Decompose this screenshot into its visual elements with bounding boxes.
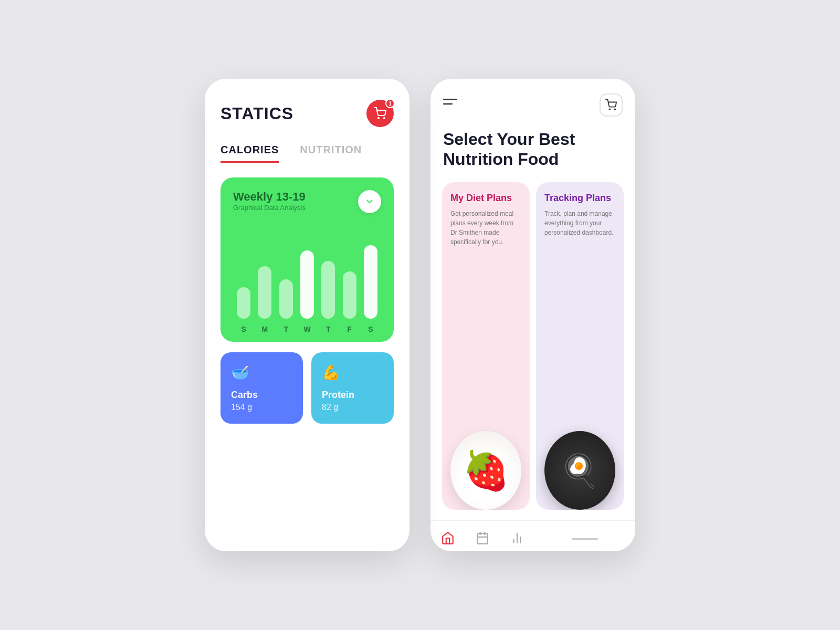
chart-card: Weekly 13-19 Graphical Data Analysis	[220, 177, 394, 342]
cart-outline-button[interactable]	[600, 93, 623, 117]
protein-card[interactable]: 💪 Protein 82 g	[311, 352, 394, 424]
day-t1: T	[279, 325, 293, 333]
hamburger-icon	[443, 99, 457, 109]
bar-col-t2	[321, 224, 335, 319]
chart-title: Weekly 13-19	[233, 190, 306, 204]
bar-f	[343, 271, 356, 319]
tracking-plans-title: Tracking Plans	[544, 193, 615, 204]
bar-col-t1	[279, 224, 293, 319]
diet-plans-card[interactable]: My Diet Plans Get personalized meal plan…	[442, 182, 530, 510]
bar-col-w	[300, 224, 314, 319]
carbs-icon: 🥣	[231, 364, 292, 381]
right-top-bar	[430, 93, 635, 117]
bar-s1	[237, 287, 250, 319]
phone-right: Select Your Best Nutrition Food My Diet …	[430, 79, 635, 551]
main-container: STATICS 1 CALORIES NUTRITION Weekly 13-1…	[205, 79, 635, 551]
svg-point-0	[378, 118, 379, 119]
bar-t1	[279, 279, 293, 319]
cart-badge: 1	[385, 99, 395, 108]
pan-image: 🍳	[544, 431, 615, 510]
nav-home[interactable]	[430, 529, 465, 547]
diet-plans-title: My Diet Plans	[450, 193, 521, 204]
phone-left: STATICS 1 CALORIES NUTRITION Weekly 13-1…	[205, 79, 410, 551]
page-title: STATICS	[220, 104, 293, 123]
day-t2: T	[321, 325, 335, 333]
protein-icon: 💪	[322, 364, 383, 381]
home-icon	[441, 531, 455, 545]
day-m: M	[258, 325, 271, 333]
hamburger-button[interactable]	[443, 99, 457, 112]
bottom-nav	[430, 520, 635, 551]
nav-calendar[interactable]	[465, 529, 500, 547]
tab-bar: CALORIES NUTRITION	[220, 144, 394, 163]
nav-stats[interactable]	[500, 529, 534, 547]
tab-nutrition[interactable]: NUTRITION	[300, 144, 362, 163]
carbs-card[interactable]: 🥣 Carbs 154 g	[220, 352, 303, 424]
bar-col-f	[343, 224, 356, 319]
home-indicator	[572, 538, 598, 540]
day-s1: S	[237, 325, 250, 333]
chart-subtitle: Graphical Data Analysis	[233, 204, 306, 212]
calendar-icon	[476, 531, 489, 545]
bar-s2	[364, 245, 377, 319]
svg-point-1	[384, 118, 385, 119]
left-header: STATICS 1	[220, 100, 394, 127]
chevron-down-icon	[365, 197, 374, 206]
cart-icon	[374, 107, 386, 120]
svg-rect-2	[443, 99, 457, 100]
svg-point-4	[609, 109, 610, 110]
diet-plans-desc: Get personalized meal plans every week f…	[450, 209, 521, 247]
day-s2: S	[364, 325, 377, 333]
bar-w	[300, 250, 314, 319]
tracking-plans-image-container: 🍳	[544, 245, 615, 510]
main-heading: Select Your Best Nutrition Food	[430, 129, 635, 170]
protein-value: 82 g	[322, 403, 383, 412]
cart-outline-icon	[605, 99, 617, 111]
tracking-plans-desc: Track, plan and manage everything from y…	[544, 209, 615, 237]
food-cards-row: My Diet Plans Get personalized meal plan…	[430, 182, 635, 510]
svg-rect-3	[443, 103, 453, 104]
tracking-plans-card[interactable]: Tracking Plans Track, plan and manage ev…	[536, 182, 624, 510]
day-f: F	[343, 325, 356, 333]
day-w: W	[300, 325, 314, 333]
tab-calories[interactable]: CALORIES	[220, 144, 279, 163]
bar-m	[258, 266, 271, 319]
diet-plans-image-container: 🍓	[450, 254, 521, 510]
day-labels: S M T W T F S	[233, 325, 381, 333]
chart-header: Weekly 13-19 Graphical Data Analysis	[233, 190, 381, 222]
carbs-label: Carbs	[231, 390, 292, 401]
bowl-image: 🍓	[450, 431, 521, 510]
carbs-value: 154 g	[231, 403, 292, 412]
stats-icon	[510, 531, 524, 545]
bar-col-s2	[364, 224, 377, 319]
chevron-button[interactable]	[358, 190, 381, 213]
protein-label: Protein	[322, 390, 383, 401]
svg-point-5	[614, 109, 615, 110]
cart-button[interactable]: 1	[366, 100, 394, 127]
bar-col-m	[258, 224, 271, 319]
svg-rect-6	[477, 533, 488, 544]
bottom-cards: 🥣 Carbs 154 g 💪 Protein 82 g	[220, 352, 394, 424]
bar-col-s1	[237, 224, 250, 319]
bar-t2	[321, 261, 335, 319]
bar-chart	[233, 224, 381, 319]
